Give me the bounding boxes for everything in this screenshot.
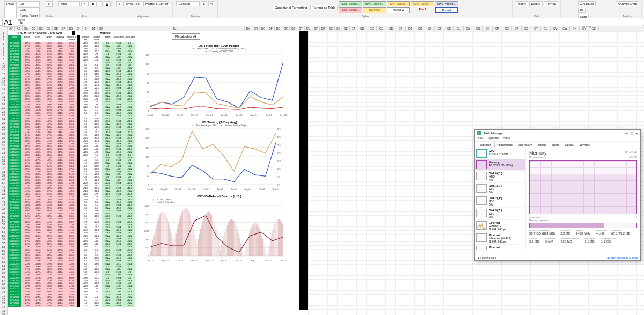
wrap-text-button[interactable]: Wrap Text	[123, 1, 142, 6]
svg-rect-113	[187, 209, 188, 256]
chart-us-totals[interactable]: US Totals (per 100k People) ━New Cases ━…	[140, 43, 299, 119]
underline-button[interactable]: U	[104, 1, 110, 6]
svg-rect-135	[211, 216, 213, 256]
svg-text:Jun-20: Jun-20	[147, 259, 154, 262]
analyze-data-button[interactable]: Analyze Data	[616, 1, 639, 6]
style-normal2[interactable]: Normal 2	[387, 7, 411, 13]
tab-startup[interactable]: Startup	[535, 142, 549, 148]
svg-rect-153	[231, 219, 232, 256]
svg-text:Jun-21: Jun-21	[236, 114, 243, 116]
svg-text:Oct-21: Oct-21	[259, 188, 266, 191]
tab-services[interactable]: Services	[576, 142, 592, 148]
perf-item-disk0d[interactable]: Disk 0 (D:)HDD4%	[475, 171, 525, 183]
font-size-input[interactable]	[81, 1, 89, 6]
svg-text:1333: 1333	[144, 238, 150, 241]
style-accent2[interactable]: 60% - Accent...	[363, 1, 386, 6]
svg-rect-166	[246, 246, 247, 256]
insert-button[interactable]: Insert	[516, 1, 528, 6]
conditional-formatting-button[interactable]: Conditional Formatting	[273, 5, 309, 10]
svg-rect-159	[238, 233, 239, 256]
perf-item-disk1c[interactable]: Disk 1 (C:)SSD0%	[475, 183, 525, 195]
fx-icon[interactable]: fx	[20, 21, 23, 24]
formula-input[interactable]	[25, 18, 642, 26]
percent-button[interactable]: %	[208, 1, 215, 6]
undo-button[interactable]: ↶	[46, 1, 53, 7]
merge-center-button[interactable]: Merge & Center	[143, 1, 170, 6]
svg-text:Apr-21: Apr-21	[217, 188, 224, 191]
svg-rect-193	[276, 222, 277, 256]
menu-file[interactable]: File	[478, 136, 484, 141]
svg-rect-136	[213, 218, 214, 256]
svg-text:Jun-20: Jun-20	[147, 188, 154, 191]
fill-button[interactable]: Fill	[578, 8, 586, 13]
style-accent1[interactable]: 60% - Accent...	[339, 1, 362, 6]
currency-button[interactable]: $	[201, 1, 207, 6]
tab-users[interactable]: Users	[550, 142, 562, 148]
undo-group: ↶ Undo	[43, 1, 55, 18]
perf-item-memory[interactable]: Memory48.8/63.7 GB (86%)	[475, 159, 525, 171]
svg-rect-175	[255, 223, 257, 256]
menu-view[interactable]: View	[503, 136, 510, 141]
tab-app-history[interactable]: App history	[516, 142, 535, 148]
worksheet-grid[interactable]: 1234567891011121314151617181920212223242…	[0, 31, 644, 315]
tab-processes[interactable]: Processes	[476, 142, 494, 148]
svg-rect-165	[245, 251, 246, 256]
svg-text:60: 60	[147, 82, 150, 84]
delete-button[interactable]: Delete	[529, 1, 543, 6]
italic-button[interactable]: I	[98, 1, 103, 6]
format-button[interactable]: Format	[544, 1, 558, 6]
data-table[interactable]: NYC MTA (YoY Change, 7-Day Avg) Mobility…	[8, 31, 135, 307]
close-button[interactable]: ✕	[635, 131, 638, 135]
svg-text:0%: 0%	[277, 184, 280, 186]
style-accent5[interactable]: 60% - Accent...	[435, 1, 458, 6]
svg-rect-116	[190, 216, 191, 256]
resource-monitor-link[interactable]: ◉ Open Resource Monitor	[607, 256, 638, 259]
style-accent6[interactable]: 40% - Accent...	[339, 7, 362, 13]
number-format-select[interactable]	[176, 1, 200, 6]
style-title2[interactable]: Title 2	[411, 7, 434, 13]
column-headers[interactable]: AYAZBABBBCBDBEBFBGBHBIBJBKBLBMBNBOBPBQBR…	[0, 26, 644, 31]
chart-covid-deaths[interactable]: COVID-Related Deaths (U.S.) ▮COVID Death…	[140, 194, 299, 264]
maximize-button[interactable]: ☐	[631, 131, 633, 135]
fewer-details-button[interactable]: ▲ Fewer details	[477, 256, 496, 259]
tab-performance[interactable]: Performance	[494, 142, 515, 148]
style-normal[interactable]: Normal	[435, 7, 458, 13]
perf-item-ethernet[interactable]: EthernetvEthernet (Wi-Fi 2)S: 0 R: 0 Kbp…	[475, 232, 525, 245]
copy-button[interactable]: Copy	[18, 7, 40, 12]
format-as-table-button[interactable]: Format as Table	[310, 5, 338, 10]
font-name-input[interactable]	[58, 1, 80, 6]
svg-text:30%: 30%	[277, 136, 281, 138]
task-manager-window[interactable]: Task Manager — ☐ ✕ File Options View Pro…	[474, 129, 641, 261]
svg-rect-188	[270, 240, 271, 256]
svg-text:100: 100	[145, 63, 149, 65]
taskman-titlebar[interactable]: Task Manager — ☐ ✕	[475, 130, 640, 136]
perf-item-ethernet[interactable]: EthernetvEthernet (Ethernet)S: 0 R: 0 Kb…	[475, 245, 525, 250]
perf-item-disk3z[interactable]: Disk 3 (Z:)SSD0%	[475, 208, 525, 220]
style-neutral2[interactable]: Neutral 2	[363, 7, 386, 13]
tab-details[interactable]: Details	[562, 142, 576, 148]
bold-button[interactable]: B	[90, 1, 96, 6]
svg-rect-88	[159, 215, 160, 256]
minimize-button[interactable]: —	[625, 131, 628, 135]
style-accent4[interactable]: 60% - Accent...	[411, 1, 434, 6]
analysis-group: Analyze Data Analysis	[613, 1, 642, 18]
chart3-legend: ▮COVID Deaths ━Trailing 7-Day Avg	[141, 198, 298, 203]
menu-options[interactable]: Options	[488, 136, 499, 141]
cut-button[interactable]: Cut	[18, 1, 40, 6]
recalculate-button[interactable]: Recalculate All	[172, 33, 200, 40]
perf-item-cpu[interactable]: CPU100% 3.37 GHz	[475, 148, 525, 159]
perf-item-ethernet[interactable]: EthernetEthernet 2S: 0 R: 0 Kbps	[475, 220, 525, 232]
row-headers[interactable]: 1234567891011121314151617181920212223242…	[0, 31, 8, 315]
undo-label: Undo	[46, 14, 53, 18]
chart-us-testing[interactable]: US Testing (7-Day Avg) ━Test Results per…	[140, 120, 299, 193]
align-left-button[interactable]: ≡	[116, 1, 123, 6]
svg-rect-107	[180, 216, 181, 256]
autosum-button[interactable]: Σ AutoSum	[578, 1, 596, 6]
style-accent3[interactable]: 60% - Accent...	[387, 1, 411, 6]
format-painter-button[interactable]: Format Painter	[18, 13, 40, 18]
table-body[interactable]: 12/1/2021-20%-33%-46%-59%-22%-30.0-19.00…	[8, 42, 135, 307]
perf-item-disk2x[interactable]: Disk 2 (X:)SSD0%	[475, 195, 525, 208]
svg-text:Aug-20: Aug-20	[162, 114, 169, 116]
paste-button[interactable]: Paste	[4, 1, 17, 18]
taskman-sidebar[interactable]: CPU100% 3.37 GHzMemory48.8/63.7 GB (86%)…	[475, 148, 526, 250]
